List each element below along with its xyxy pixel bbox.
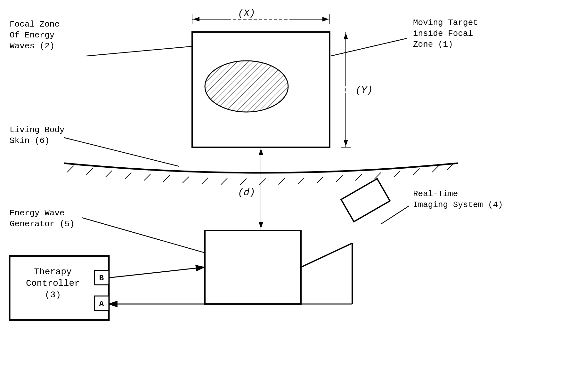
svg-line-40 xyxy=(86,46,191,56)
therapy-controller-text-line2: Controller xyxy=(26,278,80,288)
living-body-skin-label: Living BodySkin (6) xyxy=(10,125,65,147)
svg-line-53 xyxy=(109,267,204,278)
moving-target-label: Moving Targetinside FocalZone (1) xyxy=(413,18,478,50)
svg-point-6 xyxy=(205,61,288,112)
svg-rect-43 xyxy=(205,230,301,304)
y-dimension-label: (Y) xyxy=(355,85,373,96)
svg-line-23 xyxy=(182,177,189,183)
real-time-imaging-label: Real-TimeImaging System (4) xyxy=(413,189,503,211)
svg-line-26 xyxy=(240,179,247,185)
focal-zone-label: Focal ZoneOf EnergyWaves (2) xyxy=(10,19,60,52)
svg-line-55 xyxy=(82,218,205,253)
b-connector-label: B xyxy=(99,274,104,283)
svg-line-47 xyxy=(301,243,352,267)
a-connector-label: A xyxy=(99,300,104,308)
svg-line-42 xyxy=(331,38,407,56)
svg-line-28 xyxy=(279,178,285,185)
therapy-controller-text-line1: Therapy xyxy=(34,267,72,277)
energy-wave-generator-label: Energy WaveGenerator (5) xyxy=(10,208,75,230)
svg-rect-46 xyxy=(341,179,390,221)
svg-line-25 xyxy=(221,178,227,185)
x-dimension-label: (X) xyxy=(238,8,255,19)
svg-line-35 xyxy=(413,168,419,175)
svg-line-29 xyxy=(298,178,304,184)
svg-line-33 xyxy=(375,172,381,179)
svg-line-31 xyxy=(336,175,343,182)
svg-line-41 xyxy=(64,138,179,166)
svg-line-30 xyxy=(317,177,323,183)
svg-line-17 xyxy=(67,166,74,172)
svg-line-22 xyxy=(163,175,170,182)
svg-line-27 xyxy=(259,179,266,185)
svg-line-20 xyxy=(125,172,131,179)
svg-line-32 xyxy=(355,174,362,180)
svg-line-34 xyxy=(394,171,400,177)
svg-line-36 xyxy=(432,166,439,172)
svg-line-24 xyxy=(202,178,208,184)
d-dimension-label: (d) xyxy=(238,187,255,198)
diagram-container: (X) (Y) (d) B A Therapy Controller (3) F… xyxy=(0,0,584,392)
svg-line-49 xyxy=(381,206,409,224)
svg-line-19 xyxy=(106,171,112,177)
therapy-controller-text-line3: (3) xyxy=(45,290,61,300)
svg-line-18 xyxy=(86,168,93,175)
svg-line-21 xyxy=(144,174,150,180)
